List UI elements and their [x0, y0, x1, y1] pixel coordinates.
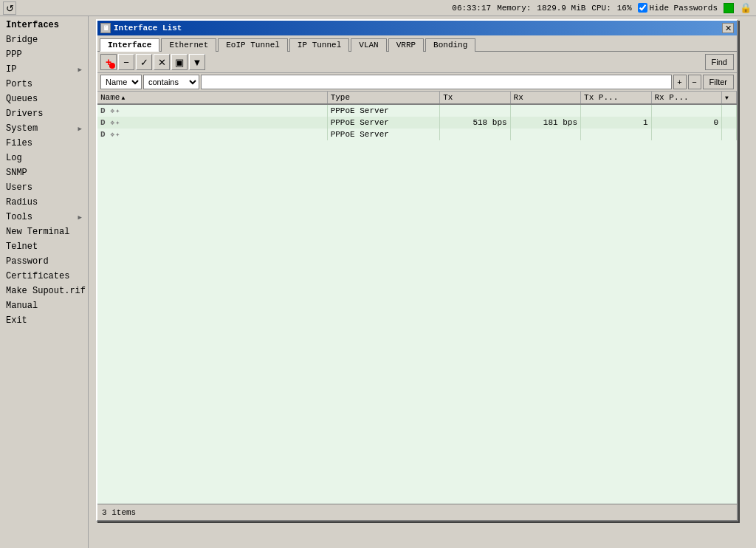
sidebar-item-queues[interactable]: Queues [0, 92, 88, 106]
table-container: Name ▲ Type Tx [97, 92, 737, 520]
cell-tx [440, 104, 510, 117]
tab-vlan[interactable]: VLAN [351, 38, 386, 52]
memory-label: Memory: [497, 4, 531, 13]
main-layout: InterfacesBridgePPPIP▶PortsQueuesDrivers… [0, 16, 756, 548]
tab-vrrp[interactable]: VRRP [388, 38, 424, 52]
sidebar-item-snmp[interactable]: SNMP [0, 165, 88, 180]
sidebar-item-label: SNMP [6, 168, 27, 178]
sidebar-item-label: Bridge [6, 35, 38, 45]
sidebar-item-label: Certificates [6, 271, 69, 281]
sidebar-item-radius[interactable]: Radius [0, 195, 88, 210]
table-row[interactable]: D ❖✦PPPoE Server [97, 129, 737, 140]
sidebar-item-interfaces[interactable]: Interfaces [0, 18, 88, 32]
sidebar-item-files[interactable]: Files [0, 136, 88, 151]
sidebar-item-label: Password [6, 256, 49, 267]
cell-extra [722, 129, 737, 140]
copy-button[interactable]: ▣ [171, 54, 188, 70]
tab-bonding[interactable]: Bonding [425, 38, 475, 52]
col-tx[interactable]: Tx [440, 92, 510, 104]
sidebar-item-ports[interactable]: Ports [0, 77, 88, 92]
tab-interface[interactable]: Interface [100, 38, 159, 52]
sidebar: InterfacesBridgePPPIP▶PortsQueuesDrivers… [0, 16, 89, 548]
find-button[interactable]: Find [705, 54, 734, 70]
window-title-left: 🖥 Interface List [100, 23, 182, 33]
table-row[interactable]: D ❖✦PPPoE Server518 bps181 bps10 [97, 117, 737, 129]
sidebar-item-make-supout.rif[interactable]: Make Supout.rif [0, 284, 88, 298]
sidebar-item-label: Drivers [6, 109, 43, 119]
col-rx[interactable]: Rx [510, 92, 580, 104]
cell-rx: 181 bps [510, 117, 580, 129]
cell-rx-p: 0 [651, 117, 721, 129]
sidebar-item-label: PPP [6, 49, 22, 60]
sidebar-item-exit[interactable]: Exit [0, 313, 88, 328]
sidebar-arrow-icon: ▶ [78, 125, 82, 133]
window-title: Interface List [114, 24, 182, 32]
remove-button[interactable]: − [118, 54, 134, 70]
tab-ethernet[interactable]: Ethernet [161, 38, 216, 52]
sidebar-item-label: Files [6, 138, 32, 148]
tab-ip-tunnel[interactable]: IP Tunnel [289, 38, 349, 52]
sidebar-item-label: Radius [6, 197, 38, 208]
sidebar-arrow-icon: ▶ [78, 66, 82, 74]
filter-field-select[interactable]: Name Type Tx Rx [100, 75, 142, 89]
col-extra[interactable]: ▼ [722, 92, 737, 104]
sidebar-item-certificates[interactable]: Certificates [0, 269, 88, 284]
refresh-area: ↺ [3, 1, 16, 15]
sort-icon: ▲ [121, 95, 125, 101]
filter-condition-select[interactable]: contains is starts with ends with [143, 75, 199, 89]
window-close-button[interactable]: ✕ [722, 23, 734, 33]
sidebar-item-label: System [6, 123, 38, 134]
col-tx-p-label: Tx P... [584, 93, 618, 102]
cell-tx-p: 1 [581, 117, 651, 129]
col-rx-p[interactable]: Rx P... [651, 92, 721, 104]
col-rx-p-label: Rx P... [655, 93, 689, 102]
cell-extra [722, 104, 737, 117]
sidebar-item-drivers[interactable]: Drivers [0, 106, 88, 121]
sidebar-item-new-terminal[interactable]: New Terminal [0, 225, 88, 239]
col-tx-label: Tx [443, 93, 453, 102]
col-type[interactable]: Type [327, 92, 440, 104]
check-button[interactable]: ✓ [136, 54, 152, 70]
table-row[interactable]: D ❖✦PPPoE Server [97, 104, 737, 117]
items-count: 3 items [102, 508, 136, 517]
filter-toggle-button[interactable]: ▼ [189, 54, 205, 70]
time-display: 06:33:17 [452, 4, 491, 13]
x-button[interactable]: ✕ [154, 54, 170, 70]
sidebar-item-telnet[interactable]: Telnet [0, 239, 88, 254]
tab-eoip-tunnel[interactable]: EoIP Tunnel [218, 38, 288, 52]
cell-extra [722, 117, 737, 129]
sidebar-item-log[interactable]: Log [0, 151, 88, 165]
cell-name: D ❖✦ [97, 117, 327, 129]
hide-passwords-checkbox[interactable] [638, 3, 647, 13]
sidebar-item-tools[interactable]: Tools▶ [0, 210, 88, 225]
cell-name: D ❖✦ [97, 129, 327, 140]
filter-apply-button[interactable]: Filter [703, 75, 734, 89]
sidebar-item-label: Log [6, 153, 22, 163]
sidebar-item-password[interactable]: Password [0, 254, 88, 269]
window-titlebar: 🖥 Interface List ✕ [97, 21, 737, 35]
column-dropdown-icon: ▼ [725, 95, 729, 101]
sidebar-item-ppp[interactable]: PPP [0, 47, 88, 62]
tabs-bar: InterfaceEthernetEoIP TunnelIP TunnelVLA… [97, 35, 737, 52]
cpu-label: CPU: [591, 4, 611, 13]
sidebar-item-bridge[interactable]: Bridge [0, 32, 88, 47]
row-status-icons: ❖✦ [110, 118, 120, 127]
col-name-label: Name [100, 93, 120, 102]
table-header: Name ▲ Type Tx [97, 92, 737, 104]
refresh-button[interactable]: ↺ [3, 1, 16, 15]
toolbar: + − ✓ ✕ ▣ ▼ Find [97, 52, 737, 73]
add-button[interactable]: + [100, 54, 117, 70]
content-area: 🖥 Interface List ✕ InterfaceEthernetEoIP… [89, 16, 756, 548]
sidebar-item-ip[interactable]: IP▶ [0, 62, 88, 77]
col-name[interactable]: Name ▲ [97, 92, 327, 104]
filter-remove-button[interactable]: − [688, 75, 701, 89]
col-tx-p[interactable]: Tx P... [581, 92, 651, 104]
filter-add-button[interactable]: + [673, 75, 687, 89]
sidebar-item-manual[interactable]: Manual [0, 298, 88, 313]
interface-list-window: 🖥 Interface List ✕ InterfaceEthernetEoIP… [96, 19, 738, 521]
sidebar-item-system[interactable]: System▶ [0, 121, 88, 136]
table-body: D ❖✦PPPoE ServerD ❖✦PPPoE Server518 bps1… [97, 104, 737, 140]
status-bar: 3 items [97, 504, 737, 520]
sidebar-item-users[interactable]: Users [0, 180, 88, 195]
filter-value-input[interactable] [201, 75, 672, 89]
